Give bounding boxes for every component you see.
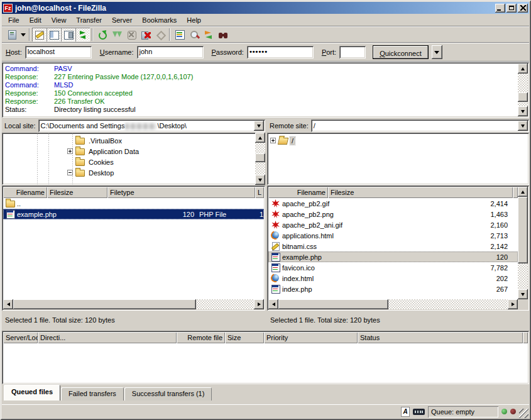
file-row[interactable]: bitnami.css2,142 bbox=[268, 241, 518, 251]
toggle-queue-button[interactable] bbox=[75, 28, 90, 41]
queue-column-size[interactable]: Size bbox=[225, 332, 264, 343]
column-filename[interactable]: Filename bbox=[268, 187, 328, 198]
scroll-down-button[interactable] bbox=[518, 289, 528, 299]
scroll-right-button[interactable] bbox=[508, 299, 518, 309]
file-row[interactable]: applications.html2,713 bbox=[268, 230, 518, 241]
site-manager-dropdown[interactable] bbox=[19, 28, 27, 41]
toggle-local-tree-button[interactable] bbox=[47, 28, 61, 41]
file-row[interactable]: .. bbox=[3, 198, 264, 209]
scroll-thumb[interactable] bbox=[518, 92, 528, 102]
menu-help[interactable]: Help bbox=[182, 14, 206, 26]
remote-list-vscrollbar[interactable] bbox=[518, 187, 528, 309]
disconnect-button[interactable] bbox=[138, 28, 153, 41]
queue-column-remote-file[interactable]: Remote file bbox=[177, 332, 225, 343]
file-row[interactable]: apache_pb2.gif2,414 bbox=[268, 198, 518, 209]
tree-expander[interactable] bbox=[270, 138, 276, 143]
scroll-up-button[interactable] bbox=[518, 187, 528, 197]
cancel-operation-button[interactable] bbox=[124, 28, 138, 41]
tree-item-root[interactable]: / bbox=[267, 135, 529, 146]
host-input[interactable]: localhost bbox=[25, 46, 92, 58]
remote-list-hscrollbar[interactable] bbox=[268, 299, 518, 309]
tree-item-desktop[interactable]: Desktop bbox=[2, 167, 255, 178]
process-queue-button[interactable] bbox=[109, 28, 124, 41]
combo-dropdown-button[interactable] bbox=[254, 121, 264, 131]
maximize-button[interactable] bbox=[506, 4, 517, 13]
scroll-thumb[interactable] bbox=[518, 197, 528, 263]
queue-column-spacer[interactable] bbox=[523, 332, 528, 343]
tree-item-cookies[interactable]: Cookies bbox=[2, 157, 255, 167]
remote-site-combo[interactable]: / bbox=[311, 119, 529, 132]
scroll-down-button[interactable] bbox=[255, 175, 265, 185]
column-last-modified[interactable]: L bbox=[255, 187, 264, 198]
local-site-combo[interactable]: C:\Documents and Settings\Desktop\ bbox=[38, 119, 265, 132]
column-filesize[interactable]: Filesize bbox=[328, 187, 513, 198]
queue-column-direction[interactable]: Directi... bbox=[38, 332, 177, 343]
menu-bookmarks[interactable]: Bookmarks bbox=[137, 14, 182, 26]
local-list-hscrollbar[interactable] bbox=[3, 299, 264, 309]
file-row[interactable]: apache_pb2.png1,463 bbox=[268, 209, 518, 219]
file-row[interactable]: example.php120PHP File1 bbox=[3, 209, 264, 219]
local-tree-scrollbar[interactable] bbox=[255, 133, 265, 185]
tree-expander[interactable] bbox=[67, 170, 73, 175]
file-row[interactable]: example.php120 bbox=[268, 251, 518, 262]
quickconnect-button[interactable]: Quickconnect bbox=[373, 45, 429, 59]
log-scrollbar[interactable] bbox=[518, 64, 528, 116]
reconnect-button[interactable] bbox=[153, 28, 167, 41]
scroll-up-button[interactable] bbox=[518, 64, 528, 74]
menu-transfer[interactable]: Transfer bbox=[71, 14, 107, 26]
file-row[interactable]: apache_pb2_ani.gif2,160 bbox=[268, 219, 518, 230]
tab-successful-transfers[interactable]: Successful transfers (1) bbox=[124, 387, 212, 401]
find-files-button[interactable] bbox=[216, 28, 230, 41]
column-spacer[interactable] bbox=[513, 187, 518, 198]
compare-button[interactable] bbox=[187, 28, 201, 41]
minimize-button[interactable] bbox=[495, 4, 505, 13]
file-icon bbox=[271, 274, 280, 282]
column-filesize[interactable]: Filesize bbox=[47, 187, 107, 198]
scroll-left-button[interactable] bbox=[3, 299, 13, 309]
combo-dropdown-button[interactable] bbox=[518, 121, 528, 131]
username-input[interactable]: john bbox=[137, 46, 204, 58]
queue-column-server-local-file[interactable]: Server/Local file bbox=[3, 332, 38, 343]
resize-grip[interactable] bbox=[519, 409, 528, 418]
toggle-remote-tree-button[interactable] bbox=[61, 28, 75, 41]
close-button[interactable] bbox=[518, 4, 528, 13]
scroll-track[interactable] bbox=[518, 74, 528, 106]
quickconnect-dropdown-button[interactable] bbox=[432, 45, 442, 59]
tree-item-virtualbox[interactable]: .VirtualBox bbox=[2, 135, 255, 146]
scroll-track[interactable] bbox=[518, 197, 528, 289]
log-line: Command:PASV bbox=[5, 65, 516, 73]
file-row[interactable]: index.html202 bbox=[268, 273, 518, 284]
tree-expander[interactable] bbox=[67, 148, 73, 154]
app-icon[interactable]: Fz bbox=[3, 4, 13, 13]
sync-browse-button[interactable] bbox=[201, 28, 216, 41]
password-input[interactable]: •••••• bbox=[247, 46, 314, 58]
scroll-down-button[interactable] bbox=[518, 106, 528, 116]
file-row[interactable]: favicon.ico7,782 bbox=[268, 262, 518, 273]
tab-queued-files[interactable]: Queued files bbox=[4, 385, 60, 401]
scroll-thumb[interactable] bbox=[13, 299, 196, 309]
tab-failed-transfers[interactable]: Failed transfers bbox=[61, 387, 124, 401]
toggle-log-button[interactable] bbox=[32, 28, 47, 41]
port-input[interactable] bbox=[339, 46, 366, 58]
column-filename[interactable]: Filename bbox=[3, 187, 47, 198]
scroll-track[interactable] bbox=[255, 143, 265, 175]
scroll-right-button[interactable] bbox=[254, 299, 264, 309]
menu-edit[interactable]: Edit bbox=[25, 14, 47, 26]
site-manager-button[interactable] bbox=[4, 28, 19, 41]
menu-file[interactable]: File bbox=[3, 14, 25, 26]
scroll-thumb[interactable] bbox=[255, 153, 265, 162]
scroll-track[interactable] bbox=[13, 299, 254, 309]
file-row[interactable]: index.php267 bbox=[268, 284, 518, 294]
queue-column-priority[interactable]: Priority bbox=[264, 332, 358, 343]
scroll-left-button[interactable] bbox=[268, 299, 278, 309]
menu-view[interactable]: View bbox=[47, 14, 72, 26]
menu-server[interactable]: Server bbox=[107, 14, 137, 26]
filter-button[interactable] bbox=[172, 28, 187, 41]
scroll-track[interactable] bbox=[278, 299, 508, 309]
queue-column-status[interactable]: Status bbox=[358, 332, 523, 343]
column-filetype[interactable]: Filetype bbox=[107, 187, 255, 198]
scroll-up-button[interactable] bbox=[255, 133, 265, 143]
tree-item-application-data[interactable]: Application Data bbox=[2, 146, 255, 157]
refresh-button[interactable] bbox=[95, 28, 109, 41]
scroll-thumb[interactable] bbox=[278, 299, 388, 309]
